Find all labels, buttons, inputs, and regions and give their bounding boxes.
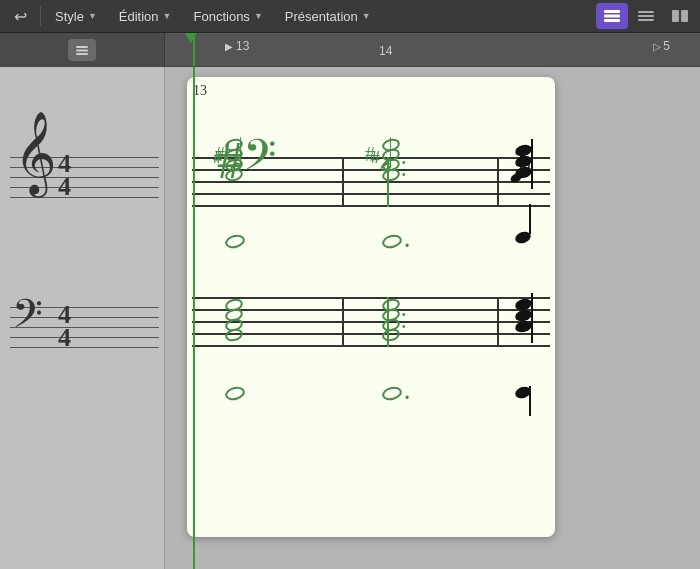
view-galley-button[interactable]: [664, 3, 696, 29]
svg-rect-1: [604, 15, 620, 18]
svg-rect-6: [672, 10, 679, 22]
ruler-number-14: 14: [379, 44, 392, 58]
svg-rect-9: [76, 49, 88, 51]
timeline-left-spacer: [0, 33, 165, 66]
view-scroll-icon: [637, 9, 655, 23]
bass-staff-panel: 𝄢 4 4: [0, 277, 164, 437]
view-page-button[interactable]: [596, 3, 628, 29]
view-scroll-button[interactable]: [630, 3, 662, 29]
score-playhead-line: [193, 67, 195, 569]
menu-edition-chevron: ▼: [163, 11, 172, 21]
menu-style[interactable]: Style ▼: [45, 3, 107, 29]
menu-fonctions[interactable]: Fonctions ▼: [184, 3, 273, 29]
view-page-icon: [603, 9, 621, 23]
treble-chord-m14: [382, 139, 400, 181]
score-area[interactable]: 13 #𝄢 # 𝅗𝅥 #: [165, 67, 700, 569]
separator-1: [40, 6, 41, 26]
playhead-marker[interactable]: [191, 33, 197, 43]
svg-rect-10: [76, 53, 88, 55]
quarter-note-bass-m15: [515, 387, 531, 398]
bass-chord-m14: [382, 299, 400, 341]
svg-rect-4: [638, 15, 654, 17]
dot-m14-bass-2: •: [402, 321, 406, 332]
barline-bass-1: [342, 297, 344, 347]
time-sig-bass-panel: 4 4: [58, 303, 71, 350]
ruler-number-5: 5: [663, 39, 670, 53]
barline-treble-1: [342, 157, 344, 207]
ruler-measure-14: 14: [379, 41, 392, 59]
menu-presentation[interactable]: Présentation ▼: [275, 3, 381, 29]
stem-m15-treble: [531, 139, 533, 189]
dot-m14-treble-2: •: [402, 169, 406, 180]
time-sig-panel: 4 4: [58, 152, 71, 199]
svg-rect-5: [638, 19, 654, 21]
dot-m14-bass-1: •: [402, 309, 406, 320]
sharp-sign-m13-treble: #: [213, 149, 222, 167]
whole-dot-bass-m14: •: [405, 391, 409, 405]
whole-note-treble-m13: [224, 233, 247, 251]
ruler-measure-13: ▶ 13: [225, 33, 249, 53]
dot-m14-treble: •: [402, 157, 406, 168]
quarter-note-treble-m15: [515, 232, 531, 243]
treble-staff-panel: 𝄞 4 4: [0, 97, 164, 257]
measure-number-13: 13: [193, 83, 207, 99]
treble-chord-m15: [515, 145, 532, 178]
stem-m15-bass: [531, 293, 533, 343]
barline-treble-2: [497, 157, 499, 207]
whole-dot-treble-m14: •: [405, 239, 409, 253]
svg-rect-8: [76, 46, 88, 48]
svg-rect-7: [681, 10, 688, 22]
whole-note-bass-m14: [381, 385, 404, 403]
bass-chord-m13: [225, 299, 243, 341]
view-galley-icon: [671, 9, 689, 23]
menu-fonctions-label: Fonctions: [194, 9, 250, 24]
menu-edition-label: Édition: [119, 9, 159, 24]
collapse-button[interactable]: [68, 39, 96, 61]
left-panel: 𝄞 4 4 𝄢 4 4: [0, 67, 165, 569]
collapse-icon: [75, 45, 89, 55]
ruler-end-icon: ◁: [653, 41, 661, 52]
sharp-sign-m14-treble: #: [371, 149, 380, 167]
menu-edition[interactable]: Édition ▼: [109, 3, 182, 29]
bass-chord-m15: [515, 299, 532, 332]
quarter-stem-treble-m15: [529, 204, 531, 234]
svg-rect-3: [638, 11, 654, 13]
quarter-stem-bass-m15: [529, 386, 531, 416]
view-buttons: [596, 3, 696, 29]
bass-line-5: [10, 347, 159, 348]
whole-note-bass-m13: [224, 385, 247, 403]
ruler-number-13: 13: [236, 39, 249, 53]
svg-rect-2: [604, 19, 620, 22]
score-card: 13 #𝄢 # 𝅗𝅥 #: [187, 77, 555, 537]
timeline-area: ▶ 13 14 ◁ 5: [0, 33, 700, 67]
ruler-inner: ▶ 13 14 ◁ 5: [165, 33, 700, 66]
ruler-measure-5-area: ◁ 5: [653, 33, 670, 53]
treble-line-5: [10, 197, 159, 198]
back-button[interactable]: ↩: [4, 3, 36, 29]
barline-bass-2: [497, 297, 499, 347]
treble-clef-symbol: 𝄞: [14, 117, 57, 189]
menu-style-label: Style: [55, 9, 84, 24]
ruler-play-icon: ▶: [225, 41, 233, 52]
treble-chord-m13: [225, 139, 243, 181]
svg-rect-0: [604, 10, 620, 13]
menu-presentation-label: Présentation: [285, 9, 358, 24]
whole-note-treble-m14: [381, 233, 404, 251]
toolbar: ↩ Style ▼ Édition ▼ Fonctions ▼ Présenta…: [0, 0, 700, 33]
menu-presentation-chevron: ▼: [362, 11, 371, 21]
menu-style-chevron: ▼: [88, 11, 97, 21]
bass-clef-symbol: 𝄢: [12, 295, 43, 343]
ruler[interactable]: ▶ 13 14 ◁ 5: [165, 33, 700, 66]
main-area: 𝄞 4 4 𝄢 4 4: [0, 67, 700, 569]
menu-fonctions-chevron: ▼: [254, 11, 263, 21]
